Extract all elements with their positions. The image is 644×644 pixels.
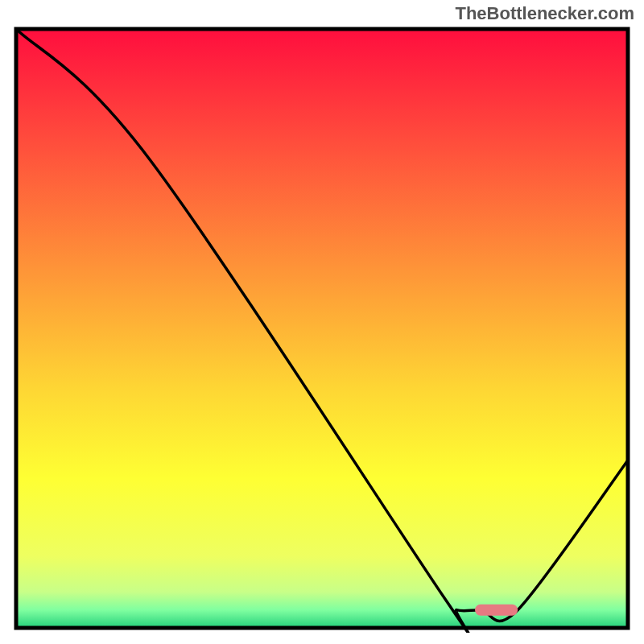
plot-frame — [11, 24, 633, 633]
optimal-range-marker — [475, 605, 518, 616]
gradient-background — [16, 29, 628, 628]
chart-svg — [11, 24, 633, 633]
chart-container: TheBottlenecker.com — [0, 0, 644, 644]
watermark-text: TheBottlenecker.com — [455, 3, 634, 24]
